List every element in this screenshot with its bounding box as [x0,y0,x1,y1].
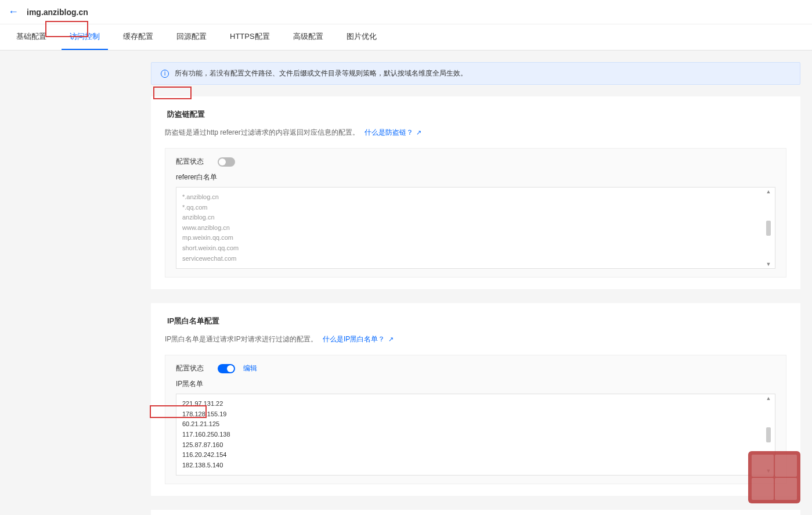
list-item: mp.weixin.qq.com [182,233,769,243]
list-item: *.qq.com [182,203,769,213]
tab-basic[interactable]: 基础配置 [8,24,55,50]
domain-title: img.anziblog.cn [27,8,88,17]
page-header: ← img.anziblog.cn [0,0,812,24]
config-tabs: 基础配置 访问控制 缓存配置 回源配置 HTTPS配置 高级配置 图片优化 [0,24,812,51]
list-item: servicewechat.com [182,254,769,264]
list-item: 60.21.21.125 [182,419,769,430]
ratelimit-card: IP访问限频配置 通过对单IP单节点QPS限制，可防御部分CC 攻击。 什么是I… [151,510,800,515]
hotlink-sublabel: referer白名单 [176,172,775,182]
external-link-icon: ↗ [416,129,421,136]
scrollbar[interactable]: ▲ ▼ [764,188,773,268]
hotlink-help-link[interactable]: 什么是防盗链？ [365,128,413,136]
scroll-up-icon[interactable]: ▲ [766,394,771,402]
info-icon: i [161,70,169,78]
watermark-seal [748,451,800,503]
ipbw-sublabel: IP黑名单 [176,379,775,389]
list-item: short.weixin.qq.com [182,243,769,254]
external-link-icon: ↗ [388,336,394,343]
ipbw-status-label: 配置状态 [176,363,218,373]
tab-cache[interactable]: 缓存配置 [115,24,161,50]
notice-text: 所有功能，若没有配置文件路径、文件后缀或文件目录等规则策略，默认按域名维度全局生… [175,69,467,78]
scroll-down-icon[interactable]: ▼ [766,260,771,268]
hotlink-toggle[interactable] [218,157,235,167]
ipbw-desc: IP黑白名单是通过请求IP对请求进行过滤的配置。 什么是IP黑白名单？ ↗ [165,334,786,344]
list-item: 117.160.250.138 [182,430,769,440]
tab-image[interactable]: 图片优化 [338,24,385,50]
list-item: anziblog.cn [182,213,769,223]
hotlink-panel: 配置状态 referer白名单 *.anziblog.cn *.qq.com a… [165,148,786,278]
back-arrow-icon[interactable]: ← [8,6,19,18]
list-item: www.anziblog.cn [182,223,769,233]
global-notice: i 所有功能，若没有配置文件路径、文件后缀或文件目录等规则策略，默认按域名维度全… [151,62,800,85]
list-item: 125.87.87.160 [182,440,769,451]
ipbw-title: IP黑白名单配置 [165,315,222,327]
main-content: i 所有功能，若没有配置文件路径、文件后缀或文件目录等规则策略，默认按域名维度全… [0,62,812,515]
tab-advanced[interactable]: 高级配置 [285,24,331,50]
highlight-hotlink [153,87,192,99]
scroll-thumb[interactable] [766,427,771,442]
list-item: 178.128.155.19 [182,409,769,420]
ip-blacklist-box[interactable]: 221.97.131.22 178.128.155.19 60.21.21.12… [176,394,775,476]
hotlink-card: 防盗链配置 防盗链是通过http referer过滤请求的内容返回对应信息的配置… [151,96,800,289]
list-item: *.anziblog.cn [182,192,769,203]
hotlink-desc: 防盗链是通过http referer过滤请求的内容返回对应信息的配置。 什么是防… [165,128,786,138]
list-item: 182.138.5.140 [182,460,769,471]
list-item: 221.97.131.22 [182,399,769,409]
list-item: 116.20.242.154 [182,450,769,460]
tab-origin[interactable]: 回源配置 [168,24,215,50]
hotlink-title: 防盗链配置 [165,108,207,121]
tab-access-control[interactable]: 访问控制 [62,24,108,50]
hotlink-status-label: 配置状态 [176,157,218,167]
ipbw-edit-link[interactable]: 编辑 [243,363,257,373]
ipbw-card: IP黑白名单配置 IP黑白名单是通过请求IP对请求进行过滤的配置。 什么是IP黑… [151,303,800,496]
ipbw-help-link[interactable]: 什么是IP黑白名单？ [323,335,385,343]
tab-https[interactable]: HTTPS配置 [222,24,278,50]
ipbw-panel: 配置状态 编辑 IP黑名单 221.97.131.22 178.128.155.… [165,355,786,484]
scroll-thumb[interactable] [766,221,771,236]
scroll-up-icon[interactable]: ▲ [766,188,771,196]
ipbw-toggle[interactable] [218,364,235,373]
referer-whitelist-box[interactable]: *.anziblog.cn *.qq.com anziblog.cn www.a… [176,187,775,269]
